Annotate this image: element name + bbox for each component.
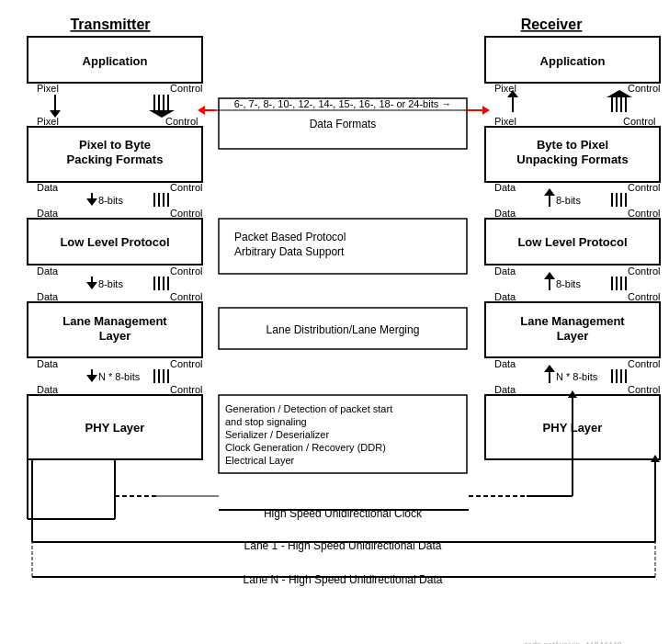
svg-text:Data: Data bbox=[494, 266, 516, 277]
svg-text:Pixel to Byte: Pixel to Byte bbox=[79, 138, 151, 152]
svg-marker-46 bbox=[86, 375, 97, 382]
svg-text:PHY Layer: PHY Layer bbox=[85, 421, 145, 435]
svg-text:8-bits: 8-bits bbox=[98, 195, 123, 206]
svg-marker-88 bbox=[544, 272, 555, 279]
svg-text:csdn.net/weixin_41944449: csdn.net/weixin_41944449 bbox=[524, 640, 622, 644]
svg-text:Control: Control bbox=[170, 358, 202, 369]
svg-text:8-bits: 8-bits bbox=[556, 195, 581, 206]
svg-text:Arbitrary Data Support: Arbitrary Data Support bbox=[234, 245, 345, 258]
svg-text:Data: Data bbox=[37, 384, 59, 395]
svg-text:Control: Control bbox=[170, 384, 202, 395]
svg-text:Control: Control bbox=[628, 291, 660, 302]
svg-text:Electrical Layer: Electrical Layer bbox=[225, 455, 295, 466]
svg-text:Control: Control bbox=[628, 384, 660, 395]
svg-text:Control: Control bbox=[628, 266, 660, 277]
svg-text:Data: Data bbox=[37, 182, 59, 193]
svg-text:Generation / Detection of pack: Generation / Detection of packet start bbox=[225, 403, 392, 414]
svg-marker-102 bbox=[544, 365, 555, 372]
svg-text:Packing Formats: Packing Formats bbox=[67, 153, 164, 166]
svg-text:Data: Data bbox=[494, 291, 516, 302]
svg-text:Application: Application bbox=[83, 54, 148, 68]
svg-text:Data: Data bbox=[494, 182, 516, 193]
svg-text:Control: Control bbox=[170, 291, 202, 302]
svg-text:Data: Data bbox=[37, 208, 59, 219]
svg-text:Control: Control bbox=[170, 266, 202, 277]
svg-text:and stop signaling: and stop signaling bbox=[225, 416, 307, 427]
svg-text:Data: Data bbox=[37, 291, 59, 302]
svg-text:Control: Control bbox=[170, 208, 202, 219]
svg-text:Data: Data bbox=[494, 384, 516, 395]
svg-text:Control: Control bbox=[623, 116, 655, 127]
svg-text:Low Level Protocol: Low Level Protocol bbox=[60, 235, 169, 249]
svg-text:Low Level Protocol: Low Level Protocol bbox=[517, 235, 627, 249]
svg-text:6-, 7-, 8-, 10-, 12-, 14-, 15-: 6-, 7-, 8-, 10-, 12-, 14-, 15-, 16-, 18-… bbox=[234, 98, 452, 109]
svg-text:N * 8-bits: N * 8-bits bbox=[556, 371, 598, 382]
svg-text:Lane Distribution/Lane Merging: Lane Distribution/Lane Merging bbox=[266, 323, 420, 336]
diagram-container: Transmitter Receiver Application Pixel C… bbox=[0, 0, 669, 644]
svg-text:Pixel: Pixel bbox=[37, 116, 59, 127]
svg-text:8-bits: 8-bits bbox=[98, 278, 123, 289]
svg-text:Data: Data bbox=[494, 208, 516, 219]
svg-text:Control: Control bbox=[628, 358, 660, 369]
svg-text:Data: Data bbox=[494, 358, 516, 369]
svg-text:Byte to Pixel: Byte to Pixel bbox=[537, 138, 608, 152]
svg-text:8-bits: 8-bits bbox=[556, 278, 581, 289]
svg-marker-75 bbox=[544, 188, 555, 196]
svg-text:Layer: Layer bbox=[557, 329, 589, 343]
svg-text:Control: Control bbox=[170, 83, 202, 94]
svg-marker-126 bbox=[198, 106, 205, 115]
svg-text:N * 8-bits: N * 8-bits bbox=[98, 371, 141, 382]
svg-text:Serializer / Deserializer: Serializer / Deserializer bbox=[225, 429, 329, 440]
svg-marker-128 bbox=[482, 106, 490, 115]
svg-text:Control: Control bbox=[165, 116, 198, 127]
svg-text:Unpacking Formats: Unpacking Formats bbox=[516, 153, 628, 166]
svg-text:Pixel: Pixel bbox=[494, 116, 516, 127]
svg-text:Control: Control bbox=[628, 182, 660, 193]
svg-text:Data Formats: Data Formats bbox=[310, 118, 377, 130]
svg-text:Data: Data bbox=[37, 358, 59, 369]
svg-text:Data: Data bbox=[37, 266, 59, 277]
svg-text:Control: Control bbox=[170, 182, 202, 193]
svg-text:Lane Management: Lane Management bbox=[62, 314, 167, 328]
svg-text:Control: Control bbox=[628, 83, 660, 94]
svg-text:Packet Based Protocol: Packet Based Protocol bbox=[234, 231, 346, 243]
svg-text:Clock Generation / Recovery (D: Clock Generation / Recovery (DDR) bbox=[225, 442, 386, 453]
transmitter-title: Transmitter bbox=[70, 17, 150, 32]
svg-text:Lane Management: Lane Management bbox=[520, 314, 625, 328]
svg-marker-19 bbox=[86, 198, 97, 206]
main-diagram-svg: Transmitter Receiver Application Pixel C… bbox=[9, 9, 669, 644]
svg-text:Lane N - High Speed Unidirecti: Lane N - High Speed Unidirectional Data bbox=[244, 573, 443, 586]
svg-marker-32 bbox=[86, 282, 97, 289]
receiver-title: Receiver bbox=[521, 17, 583, 32]
svg-text:Application: Application bbox=[540, 54, 606, 68]
svg-text:Control: Control bbox=[628, 208, 660, 219]
svg-text:Pixel: Pixel bbox=[37, 83, 59, 94]
svg-text:Layer: Layer bbox=[99, 329, 131, 343]
